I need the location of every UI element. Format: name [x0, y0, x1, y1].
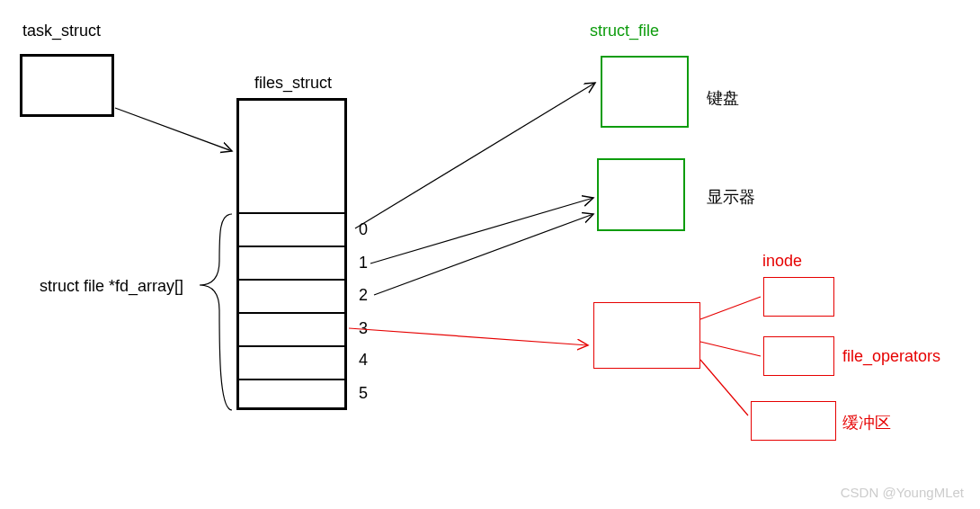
inode-box [763, 277, 834, 317]
file-operators-label: file_operators [842, 347, 940, 366]
inode-label: inode [762, 252, 802, 271]
row-separator [239, 379, 344, 380]
fd-index-3: 3 [359, 319, 368, 338]
fd-index-2: 2 [359, 286, 368, 305]
svg-line-2 [370, 198, 593, 263]
fd-index-5: 5 [359, 384, 368, 403]
row-separator [239, 279, 344, 281]
struct-file-display-box [597, 158, 685, 231]
row-separator [239, 312, 344, 314]
fd-array-label: struct file *fd_array[] [40, 277, 183, 296]
row-separator [239, 246, 344, 247]
fd-index-4: 4 [359, 351, 368, 370]
task-struct-label: task_struct [22, 22, 101, 40]
files-struct-box [236, 98, 347, 410]
task-struct-box [20, 54, 114, 117]
buffer-label: 缓冲区 [842, 412, 891, 433]
buffer-box [751, 401, 836, 441]
svg-line-1 [355, 83, 595, 228]
svg-line-0 [115, 108, 232, 151]
file-node-box [593, 302, 700, 369]
row-separator [239, 345, 344, 347]
svg-line-7 [700, 360, 748, 415]
fd-index-1: 1 [359, 254, 368, 272]
watermark-label: CSDN @YoungMLet [841, 485, 964, 500]
svg-line-3 [374, 214, 593, 295]
file-operators-box [763, 336, 834, 376]
svg-line-6 [700, 342, 761, 356]
files-struct-label: files_struct [254, 74, 332, 93]
struct-file-keyboard-box [601, 56, 689, 128]
fd-index-0: 0 [359, 220, 368, 239]
svg-line-5 [700, 297, 761, 319]
row-separator [239, 212, 344, 214]
display-label: 显示器 [707, 186, 755, 208]
keyboard-label: 键盘 [707, 87, 739, 109]
svg-line-4 [349, 328, 588, 345]
struct-file-label: struct_file [590, 22, 659, 40]
